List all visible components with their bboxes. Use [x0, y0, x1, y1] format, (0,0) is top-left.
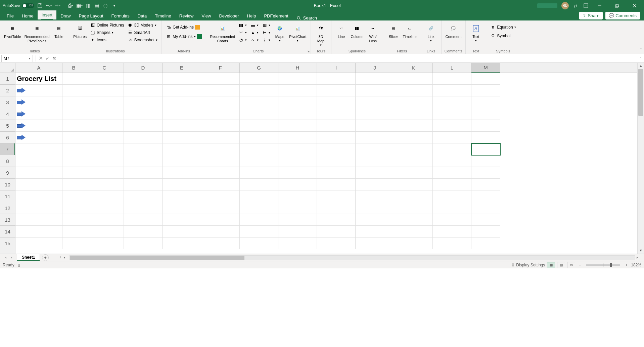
cell-K11[interactable] — [394, 190, 433, 202]
sheet-tab-Sheet1[interactable]: Sheet1 — [17, 254, 40, 261]
maximize-button[interactable] — [610, 1, 624, 11]
cell-L15[interactable] — [433, 237, 471, 249]
hscroll-right-icon[interactable]: ▸ — [637, 256, 641, 259]
cell-K1[interactable] — [394, 73, 433, 85]
cell-B9[interactable] — [62, 167, 85, 179]
cell-K10[interactable] — [394, 179, 433, 190]
zoom-level[interactable]: 182% — [631, 263, 641, 267]
cell-I13[interactable] — [317, 214, 356, 226]
cell-K14[interactable] — [394, 226, 433, 237]
cell-K15[interactable] — [394, 237, 433, 249]
cell-B10[interactable] — [62, 179, 85, 190]
tab-review[interactable]: Review — [175, 11, 198, 20]
cell-A13[interactable] — [15, 214, 62, 226]
cell-H1[interactable] — [278, 73, 317, 85]
pie-chart-button[interactable]: ◔▾ — [237, 37, 248, 43]
row-header-14[interactable]: 14 — [0, 226, 15, 237]
cell-M1[interactable] — [471, 73, 500, 85]
cell-L4[interactable] — [433, 108, 471, 120]
row-header-1[interactable]: 1 — [0, 73, 15, 85]
cell-D3[interactable] — [124, 96, 163, 108]
cell-C13[interactable] — [85, 214, 124, 226]
toggle-switch[interactable]: Off — [22, 3, 34, 8]
row-header-10[interactable]: 10 — [0, 179, 15, 190]
vscroll-thumb[interactable] — [638, 69, 643, 116]
pictures-button[interactable]: 🖼Pictures — [72, 22, 88, 40]
cell-D9[interactable] — [124, 167, 163, 179]
cell-J10[interactable] — [356, 179, 394, 190]
cell-C5[interactable] — [85, 120, 124, 132]
cell-D11[interactable] — [124, 190, 163, 202]
cell-L11[interactable] — [433, 190, 471, 202]
cell-K3[interactable] — [394, 96, 433, 108]
column-header-K[interactable]: K — [394, 63, 433, 73]
cell-J7[interactable] — [356, 143, 394, 155]
online-pictures-button[interactable]: 🖼Online Pictures — [89, 22, 125, 29]
qat-icon-5[interactable]: ◌ — [102, 3, 108, 9]
zoom-out-button[interactable]: − — [577, 263, 582, 267]
cell-E11[interactable] — [163, 190, 201, 202]
cell-E6[interactable] — [163, 132, 201, 143]
column-header-H[interactable]: H — [278, 63, 317, 73]
cell-G9[interactable] — [240, 167, 278, 179]
tab-file[interactable]: File — [3, 11, 18, 20]
cell-I2[interactable] — [317, 85, 356, 96]
cell-G10[interactable] — [240, 179, 278, 190]
my-addins-button[interactable]: ⊞My Add-ins ▾ — [165, 33, 203, 40]
cell-G2[interactable] — [240, 85, 278, 96]
cell-E3[interactable] — [163, 96, 201, 108]
cell-C12[interactable] — [85, 202, 124, 214]
cell-L6[interactable] — [433, 132, 471, 143]
cell-L8[interactable] — [433, 155, 471, 167]
bar-chart-button[interactable]: ▬▾ — [249, 22, 260, 29]
cell-H5[interactable] — [278, 120, 317, 132]
cell-J3[interactable] — [356, 96, 394, 108]
cell-M9[interactable] — [471, 167, 500, 179]
cell-F7[interactable] — [201, 143, 240, 155]
cell-B3[interactable] — [62, 96, 85, 108]
cell-J13[interactable] — [356, 214, 394, 226]
normal-view-button[interactable]: ▦ — [547, 262, 555, 268]
cell-C1[interactable] — [85, 73, 124, 85]
cell-K13[interactable] — [394, 214, 433, 226]
ribbon-display-icon[interactable] — [583, 3, 589, 9]
charts-dialog-launcher[interactable]: ⬊ — [307, 50, 310, 53]
column-header-L[interactable]: L — [433, 63, 471, 73]
cell-D8[interactable] — [124, 155, 163, 167]
cell-J15[interactable] — [356, 237, 394, 249]
cell-F6[interactable] — [201, 132, 240, 143]
recommended-charts-button[interactable]: 📊Recommended Charts — [209, 22, 237, 45]
cell-D2[interactable] — [124, 85, 163, 96]
row-header-7[interactable]: 7 — [0, 143, 15, 155]
cell-J2[interactable] — [356, 85, 394, 96]
row-header-3[interactable]: 3 — [0, 96, 15, 108]
pivottable-button[interactable]: ▦PivotTable — [3, 22, 22, 40]
screenshot-button[interactable]: ⎚Screenshot▾ — [126, 37, 159, 43]
cell-B15[interactable] — [62, 237, 85, 249]
enter-formula-icon[interactable]: ✓ — [44, 55, 51, 62]
qat-customize-icon[interactable]: ▾ — [111, 3, 117, 9]
cell-F1[interactable] — [201, 73, 240, 85]
cell-B2[interactable] — [62, 85, 85, 96]
cell-F9[interactable] — [201, 167, 240, 179]
column-header-B[interactable]: B — [62, 63, 85, 73]
close-button[interactable] — [628, 1, 641, 11]
cell-M6[interactable] — [471, 132, 500, 143]
cell-A10[interactable] — [15, 179, 62, 190]
comments-button[interactable]: 💬Comments — [605, 12, 640, 19]
cell-H8[interactable] — [278, 155, 317, 167]
cell-L13[interactable] — [433, 214, 471, 226]
cell-L5[interactable] — [433, 120, 471, 132]
cell-A3[interactable] — [15, 96, 62, 108]
cell-F15[interactable] — [201, 237, 240, 249]
row-header-11[interactable]: 11 — [0, 190, 15, 202]
cell-D6[interactable] — [124, 132, 163, 143]
cell-M15[interactable] — [471, 237, 500, 249]
zoom-slider[interactable] — [586, 264, 620, 266]
cell-H4[interactable] — [278, 108, 317, 120]
cell-B7[interactable] — [62, 143, 85, 155]
maps-button[interactable]: 🌍Maps▾ — [272, 22, 287, 44]
undo-icon[interactable]: ▾ — [46, 3, 52, 9]
cell-B4[interactable] — [62, 108, 85, 120]
sparkline-column-button[interactable]: ▮▮Column — [350, 22, 365, 40]
